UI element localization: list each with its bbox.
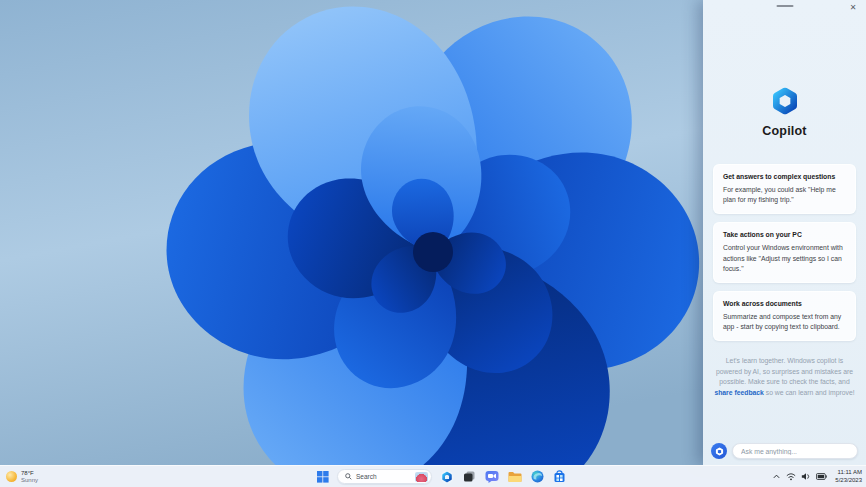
chat-icon[interactable] xyxy=(484,469,500,484)
clock[interactable]: 11:11 AM 5/23/2023 xyxy=(835,469,862,484)
disclaimer-pre: Let's learn together. Windows copilot is… xyxy=(716,357,853,385)
edge-icon[interactable] xyxy=(530,469,545,484)
copilot-input-row xyxy=(711,443,858,459)
search-icon xyxy=(345,473,352,480)
close-icon[interactable]: ✕ xyxy=(847,2,859,14)
copilot-logo-icon xyxy=(770,86,800,116)
card-title: Get answers to complex questions xyxy=(723,173,846,180)
start-button[interactable] xyxy=(316,470,330,484)
task-view-icon[interactable] xyxy=(462,469,477,484)
system-tray: 11:11 AM 5/23/2023 xyxy=(772,466,862,487)
windows-logo-icon xyxy=(317,471,329,483)
drag-handle[interactable] xyxy=(776,5,793,7)
wifi-icon[interactable] xyxy=(786,472,796,481)
tray-time: 11:11 AM xyxy=(835,469,862,477)
card-body: For example, you could ask "Help me plan… xyxy=(723,185,846,205)
taskbar: 78°F Sunny Search xyxy=(0,465,866,487)
card-title: Work across documents xyxy=(723,300,846,307)
disclaimer-post: so we can learn and improve! xyxy=(764,389,855,396)
copilot-cards: Get answers to complex questions For exa… xyxy=(703,164,866,341)
card-body: Summarize and compose text from any app … xyxy=(723,312,846,332)
card-body: Control your Windows environment with ac… xyxy=(723,243,846,274)
copilot-taskbar-icon[interactable] xyxy=(439,469,455,485)
ask-input[interactable] xyxy=(732,443,858,459)
copilot-input-icon[interactable] xyxy=(711,443,727,459)
card-complex-questions[interactable]: Get answers to complex questions For exa… xyxy=(713,164,856,214)
search-input[interactable]: Search xyxy=(337,469,432,484)
disclaimer-text: Let's learn together. Windows copilot is… xyxy=(714,356,855,398)
volume-icon[interactable] xyxy=(801,472,811,481)
bing-image-thumbnail[interactable] xyxy=(415,472,428,482)
weather-text: 78°F Sunny xyxy=(21,470,38,484)
tray-date: 5/23/2023 xyxy=(835,477,862,485)
search-label: Search xyxy=(356,473,377,480)
chevron-up-icon[interactable] xyxy=(772,472,781,481)
weather-condition: Sunny xyxy=(21,477,38,484)
sun-icon xyxy=(6,471,17,482)
card-take-actions[interactable]: Take actions on your PC Control your Win… xyxy=(713,222,856,283)
desktop-screen: ✕ Copilot Get answers to complex questio… xyxy=(0,0,866,487)
battery-icon[interactable] xyxy=(816,473,827,480)
store-icon[interactable] xyxy=(552,469,567,484)
weather-temp: 78°F xyxy=(21,470,38,477)
card-title: Take actions on your PC xyxy=(723,231,846,238)
taskbar-center: Search xyxy=(316,466,567,487)
copilot-title: Copilot xyxy=(762,124,806,138)
card-work-documents[interactable]: Work across documents Summarize and comp… xyxy=(713,291,856,341)
copilot-panel: ✕ Copilot Get answers to complex questio… xyxy=(703,0,866,465)
file-explorer-icon[interactable] xyxy=(507,470,523,484)
share-feedback-link[interactable]: share feedback xyxy=(714,389,764,396)
weather-widget[interactable]: 78°F Sunny xyxy=(6,466,38,487)
